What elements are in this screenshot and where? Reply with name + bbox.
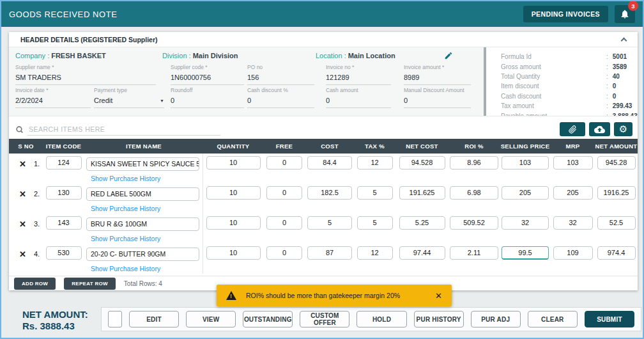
pur-adj-button[interactable]: PUR ADJ — [471, 311, 521, 327]
free-input[interactable]: 0 — [266, 216, 302, 230]
select-checkbox-button[interactable] — [108, 311, 122, 327]
close-icon[interactable]: ✕ — [435, 291, 442, 301]
net-amount-input[interactable]: 1916.25 — [597, 186, 636, 200]
mrp-input[interactable]: 32 — [553, 216, 593, 230]
invoice-date-input[interactable]: 2/2/2024 — [15, 96, 91, 105]
invoice-no-input[interactable]: 121289 — [326, 73, 391, 82]
supplier-name-input[interactable]: SM TRADERS — [15, 73, 156, 82]
roundoff-input[interactable]: 0 — [171, 96, 244, 105]
delete-row-icon[interactable]: ✕ — [19, 250, 26, 258]
delete-row-icon[interactable]: ✕ — [19, 190, 26, 198]
tax-input[interactable]: 5 — [357, 186, 393, 200]
summary-row: Tax amount:299.43 — [501, 101, 638, 111]
net-cost-input[interactable]: 191.625 — [399, 186, 445, 200]
item-code-input[interactable]: 530 — [46, 246, 82, 260]
item-code-input[interactable]: 130 — [46, 186, 82, 200]
roi-input[interactable]: 509.52 — [450, 216, 498, 230]
show-purchase-history-link[interactable]: Show Purchase History — [91, 175, 160, 182]
net-amount-input[interactable]: 52.5 — [597, 216, 636, 230]
tax-input[interactable]: 12 — [357, 246, 393, 260]
settings-button[interactable]: ⚙ — [614, 122, 632, 136]
selling-price-input[interactable]: 32 — [502, 216, 549, 230]
collapse-chevron-icon[interactable] — [621, 37, 627, 43]
quantity-input[interactable]: 10 — [206, 246, 261, 260]
mrp-input[interactable]: 103 — [553, 156, 593, 170]
net-cost-input[interactable]: 97.44 — [399, 246, 445, 260]
attachment-button[interactable] — [560, 122, 585, 136]
row-number: 2. — [34, 190, 40, 198]
item-name-input[interactable]: BRU R &G 100GM — [86, 217, 199, 231]
repeat-row-button[interactable]: REPEAT ROW — [64, 278, 116, 290]
item-name-input[interactable]: KISSAN SWEET N SPICY SAUCE 500GM — [86, 157, 199, 171]
manual-discount-input[interactable]: 0 — [404, 96, 471, 105]
supplier-name-field: Supplier name * SM TRADERS — [15, 64, 156, 85]
show-purchase-history-link[interactable]: Show Purchase History — [91, 265, 160, 272]
cost-input[interactable]: 87 — [307, 246, 352, 260]
free-input[interactable]: 0 — [266, 246, 302, 260]
tax-input[interactable]: 5 — [357, 216, 393, 230]
table-row: ✕ 3. 143 BRU R &G 100GM Show Purchase Hi… — [9, 214, 638, 244]
edit-button[interactable]: EDIT — [129, 311, 179, 327]
cost-input[interactable]: 84.4 — [307, 156, 352, 170]
mrp-input[interactable]: 109 — [553, 246, 593, 260]
pur-history-button[interactable]: PUR HISTORY — [414, 311, 464, 327]
item-code-input[interactable]: 143 — [46, 216, 82, 230]
summary-row: Formula Id:5001 — [501, 52, 638, 61]
payment-type-select[interactable]: Credit ▼ — [94, 96, 164, 105]
summary-row: Gross amount:3589 — [501, 61, 638, 71]
add-row-button[interactable]: ADD ROW — [14, 278, 56, 290]
roi-input[interactable]: 2.11 — [450, 246, 498, 260]
roi-input[interactable]: 8.96 — [450, 156, 498, 170]
bell-icon — [620, 9, 630, 19]
net-amount-input[interactable]: 974.4 — [597, 246, 636, 260]
row-number: 3. — [34, 220, 40, 228]
upload-button[interactable] — [589, 122, 610, 136]
roi-input[interactable]: 6.98 — [450, 186, 498, 200]
free-input[interactable]: 0 — [266, 156, 302, 170]
quantity-input[interactable]: 10 — [206, 186, 261, 200]
net-amount-label: NET AMOUNT: — [22, 309, 88, 320]
selling-price-input[interactable]: 99.5 — [502, 246, 549, 260]
manual-discount-field: Manual Discount Amount 0 — [404, 87, 471, 108]
item-code-input[interactable]: 124 — [46, 156, 82, 170]
gear-icon: ⚙ — [619, 123, 627, 135]
top-bar: GOODS RECEIVED NOTE PENDING INVOICES 3 — [1, 1, 643, 27]
search-items-input[interactable] — [27, 123, 220, 136]
quantity-input[interactable]: 10 — [206, 216, 261, 230]
cash-discount-pct-input[interactable]: 0 — [247, 96, 314, 105]
quantity-input[interactable]: 10 — [206, 156, 261, 170]
cash-amount-input[interactable]: 0 — [326, 96, 391, 105]
show-purchase-history-link[interactable]: Show Purchase History — [91, 235, 160, 242]
clear-button[interactable]: CLEAR — [528, 311, 578, 327]
notifications-button[interactable]: 3 — [615, 5, 635, 23]
supplier-code-input[interactable]: 1N60000756 — [171, 73, 244, 82]
item-name-input[interactable]: RED LABEL 500GM — [86, 187, 199, 201]
free-input[interactable]: 0 — [266, 186, 302, 200]
cost-input[interactable]: 5 — [307, 216, 352, 230]
item-name-input[interactable]: 20-20 C- BUTTER 90GM — [86, 248, 199, 261]
show-purchase-history-link[interactable]: Show Purchase History — [91, 205, 160, 212]
summary-row: Item discount:0 — [501, 81, 638, 91]
submit-button[interactable]: SUBMIT — [585, 311, 634, 327]
selling-price-input[interactable]: 205 — [502, 186, 549, 200]
cost-input[interactable]: 182.5 — [307, 186, 352, 200]
delete-row-icon[interactable]: ✕ — [19, 160, 26, 168]
edit-pencil-icon[interactable] — [444, 51, 453, 60]
tax-input[interactable]: 12 — [357, 156, 393, 170]
po-no-input[interactable]: 156 — [247, 73, 314, 82]
mrp-input[interactable]: 205 — [553, 186, 593, 200]
table-row: ✕ 4. 530 20-20 C- BUTTER 90GM Show Purch… — [9, 244, 638, 274]
delete-row-icon[interactable]: ✕ — [19, 220, 26, 228]
outstanding-button[interactable]: OUTSTANDING — [243, 311, 293, 327]
search-row: ⚙ — [15, 122, 632, 137]
net-cost-input[interactable]: 5.25 — [399, 216, 445, 230]
net-amount-input[interactable]: 945.28 — [597, 156, 636, 170]
pending-invoices-button[interactable]: PENDING INVOICES — [523, 6, 608, 22]
net-cost-input[interactable]: 94.528 — [399, 156, 445, 170]
hold-button[interactable]: HOLD — [356, 311, 406, 327]
invoice-amount-input[interactable]: 8989 — [404, 73, 471, 82]
selling-price-input[interactable]: 103 — [502, 156, 549, 170]
roundoff-field: Roundoff 0 — [171, 87, 244, 108]
custom-offer-button[interactable]: CUSTOM OFFER — [300, 311, 349, 327]
view-button[interactable]: VIEW — [186, 311, 236, 327]
